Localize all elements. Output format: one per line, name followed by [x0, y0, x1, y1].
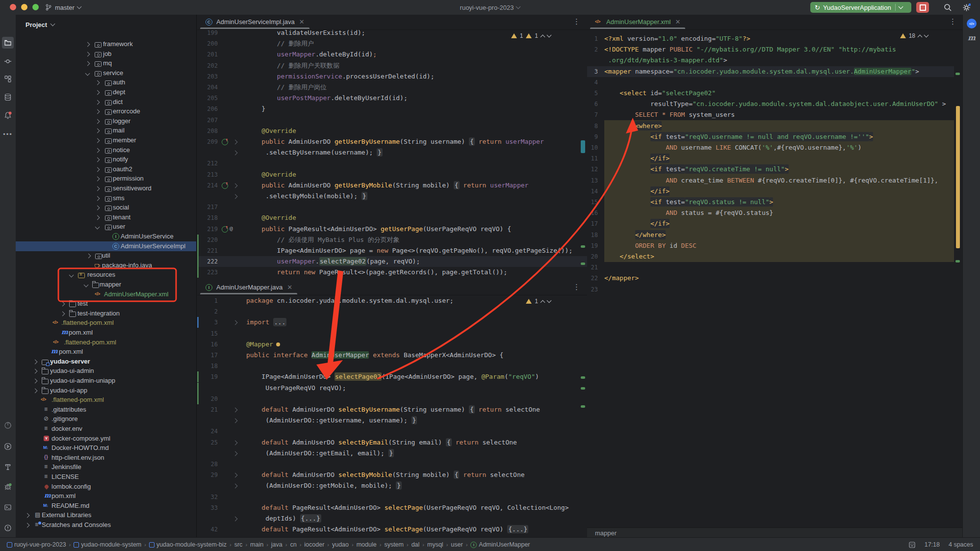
status-crumb-adminusermapper[interactable]: IAdminUserMapper	[470, 541, 530, 548]
tree-item-adminuserservice[interactable]: AdminUserService	[16, 232, 196, 241]
xml-editor-inspection-widget[interactable]: 18	[898, 31, 930, 40]
expand-icon[interactable]	[33, 379, 38, 384]
tab-admin-user-mapper-xml[interactable]: AdminUserMapper.xml ✕	[590, 15, 685, 29]
tree-item-yudao-ui-app[interactable]: yudao-ui-app	[16, 386, 196, 395]
database-tool-icon[interactable]	[2, 91, 14, 103]
expand-icon[interactable]	[95, 206, 100, 210]
scrollbar-mark-green-3[interactable]	[581, 405, 585, 408]
scrollbar-mark-green[interactable]	[581, 376, 585, 379]
tab-close-icon[interactable]: ✕	[675, 18, 681, 26]
status-crumb-ruoyi-vue-pro-2023[interactable]: ruoyi-vue-pro-2023	[7, 541, 66, 548]
expand-icon[interactable]	[95, 186, 100, 191]
prev-warning-icon[interactable]	[918, 34, 923, 39]
commit-tool-icon[interactable]	[2, 55, 14, 67]
tree-item-mq[interactable]: mq	[16, 58, 196, 68]
status-crumb-src[interactable]: src	[234, 541, 243, 548]
intention-bulb-icon[interactable]	[276, 342, 280, 346]
tree-item-sensitiveword[interactable]: sensitiveword	[16, 184, 196, 193]
caret-position[interactable]: 17:18	[925, 541, 940, 548]
tree-item-logger[interactable]: logger	[16, 116, 196, 126]
tree-item-oauth2[interactable]: oauth2	[16, 164, 196, 174]
tree-item-social[interactable]: social	[16, 203, 196, 212]
expand-icon[interactable]	[95, 80, 100, 85]
tree-item--gitattributes[interactable]: .gitattributes	[16, 405, 196, 415]
expand-icon[interactable]	[33, 359, 38, 364]
status-crumb-yudao-module-system-biz[interactable]: yudao-module-system-biz	[149, 541, 227, 548]
status-crumb-module[interactable]: module	[357, 541, 377, 548]
tree-item-notice[interactable]: notice	[16, 145, 196, 155]
fold-icon[interactable]	[233, 151, 238, 156]
tree-item-user[interactable]: user	[16, 222, 196, 232]
expand-icon[interactable]	[95, 109, 100, 114]
expand-icon[interactable]	[95, 119, 100, 124]
tree-item-tenant[interactable]: tenant	[16, 212, 196, 222]
tree-item-license[interactable]: LICENSE	[16, 472, 196, 482]
tree-item--flattened-pom-xml[interactable]: .flattened-pom.xml	[16, 318, 196, 328]
tree-item-dept[interactable]: dept	[16, 87, 196, 97]
next-warning-icon[interactable]	[924, 33, 929, 38]
tree-item-mail[interactable]: mail	[16, 126, 196, 135]
status-crumb-main[interactable]: main	[250, 541, 263, 548]
tree-item-docker-compose-yml[interactable]: docker-compose.yml	[16, 434, 196, 444]
collapse-icon[interactable]	[95, 225, 100, 230]
search-icon[interactable]	[944, 3, 952, 12]
more-tools-icon[interactable]: •••	[2, 128, 14, 140]
bottom-editor-code-area[interactable]: 1package cn.iocoder.yudao.module.system.…	[197, 295, 587, 537]
tree-item-mapper[interactable]: mapper	[16, 280, 196, 289]
run-configuration-button[interactable]: ↻ YudaoServerApplication	[810, 2, 911, 13]
expand-icon[interactable]	[95, 138, 100, 143]
tree-item-sms[interactable]: sms	[16, 193, 196, 203]
profiler-tool-icon[interactable]	[2, 420, 14, 431]
expand-icon[interactable]	[95, 100, 100, 105]
next-warning-icon[interactable]	[547, 33, 552, 38]
collapse-icon[interactable]	[69, 273, 74, 278]
scrollbar-mark-green-2[interactable]	[955, 260, 960, 262]
status-breadcrumbs[interactable]: ruoyi-vue-pro-2023›yudao-module-system›y…	[0, 541, 530, 548]
bottom-editor-options-icon[interactable]: ⋮	[573, 285, 580, 289]
fold-icon[interactable]	[233, 484, 238, 489]
expand-icon[interactable]	[95, 148, 100, 153]
tab-admin-user-service-impl[interactable]: AdminUserServiceImpl.java ✕	[200, 15, 309, 29]
fold-icon[interactable]	[233, 473, 238, 478]
top-editor-options-icon[interactable]: ⋮	[573, 19, 580, 24]
terminal-tool-icon[interactable]	[2, 501, 14, 513]
tree-item-external-libraries[interactable]: External Libraries	[16, 510, 196, 520]
expand-icon[interactable]	[25, 523, 30, 528]
expand-icon[interactable]	[95, 157, 100, 162]
tree-item-test-integration[interactable]: test-integration	[16, 309, 196, 318]
expand-icon[interactable]	[85, 42, 90, 47]
tree-item-pom-xml[interactable]: pom.xml	[16, 328, 196, 338]
tree-item-notify[interactable]: notify	[16, 155, 196, 164]
fold-icon[interactable]	[233, 194, 238, 199]
tab-close-icon[interactable]: ✕	[299, 18, 305, 26]
scrollbar-warning-stripe[interactable]	[956, 106, 960, 248]
tree-item-test[interactable]: test	[16, 299, 196, 309]
tree-item-scratches-and-consoles[interactable]: Scratches and Consoles	[16, 520, 196, 530]
fold-icon[interactable]	[233, 451, 238, 456]
status-crumb-system[interactable]: system	[384, 541, 404, 548]
tree-item-lombok-config[interactable]: lombok.config	[16, 482, 196, 492]
tree-item--flattened-pom-xml[interactable]: .flattened-pom.xml	[16, 395, 196, 405]
status-crumb-iocoder[interactable]: iocoder	[304, 541, 324, 548]
fold-icon[interactable]	[233, 517, 238, 522]
expand-icon[interactable]	[95, 167, 100, 172]
scrollbar-mark-green-2[interactable]	[581, 387, 585, 390]
editor-pane-mapper-xml[interactable]: AdminUserMapper.xml ✕ ⋮ 1<?xml version="…	[587, 15, 962, 527]
project-panel-header[interactable]: Project	[16, 15, 197, 34]
expand-icon[interactable]	[95, 177, 100, 182]
editor-pane-service-impl[interactable]: AdminUserServiceImpl.java ✕ ⋮ 199 valida…	[197, 15, 588, 280]
tree-item-package-info-java[interactable]: package-info.java	[16, 261, 196, 270]
scrollbar-mark-green[interactable]	[581, 245, 585, 248]
expand-icon[interactable]	[95, 215, 100, 220]
build-tool-icon[interactable]	[2, 461, 14, 473]
expand-icon[interactable]	[95, 129, 100, 133]
bottom-editor-inspection-widget[interactable]: 1	[524, 297, 553, 306]
indent-setting[interactable]: 4 spaces	[949, 541, 973, 548]
top-editor-inspection-widget[interactable]: 1 1	[509, 31, 553, 40]
expand-icon[interactable]	[25, 513, 30, 518]
status-crumb-yudao[interactable]: yudao	[332, 541, 349, 548]
services-tool-icon[interactable]	[2, 441, 14, 452]
expand-icon[interactable]	[33, 388, 38, 393]
expand-icon[interactable]	[85, 52, 90, 56]
fold-icon[interactable]	[233, 440, 238, 445]
